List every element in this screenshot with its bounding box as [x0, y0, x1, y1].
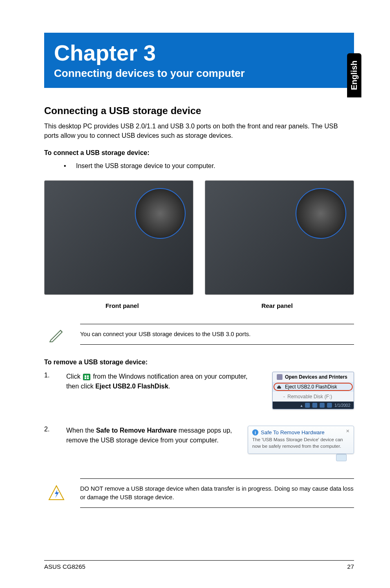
footer-page-number: 27 [347, 563, 354, 570]
chapter-title: Chapter 3 [54, 40, 344, 65]
rear-panel-image [205, 180, 354, 295]
note-usb3: You can connect your USB storage devices… [44, 324, 354, 345]
section-intro: This desktop PC provides USB 2.0/1.1 and… [44, 121, 354, 140]
balloon-body: The 'USB Mass Storage Device' device can… [252, 437, 350, 449]
system-tray: ▴ 1/1/2002 [273, 402, 354, 409]
step-2-text: When the Safe to Remove Hardware message… [66, 426, 240, 445]
tray-date: 1/1/2002 [334, 403, 350, 408]
bullet-icon: • [64, 162, 76, 170]
chapter-subtitle: Connecting devices to your computer [54, 67, 344, 80]
connect-label: To connect a USB storage device: [44, 149, 354, 157]
info-icon: i [252, 429, 258, 435]
front-panel-image [44, 180, 193, 295]
rear-panel-label: Rear panel [261, 302, 293, 309]
eject-icon: ⏏ [277, 384, 282, 390]
chapter-banner: Chapter 3 Connecting devices to your com… [44, 33, 354, 88]
footer-model: ASUS CG8265 [44, 563, 85, 570]
tray-up-icon: ▴ [300, 403, 303, 408]
balloon-close-icon: ✕ [346, 429, 350, 434]
tray-icon-4 [327, 403, 332, 408]
pen-note-icon [44, 324, 69, 345]
section-heading: Connecting a USB storage device [44, 105, 354, 117]
warning-text: DO NOT remove a USB storage device when … [80, 478, 354, 508]
step-2: 2. When the Safe to Remove Hardware mess… [44, 426, 354, 462]
step-1-number: 1. [44, 372, 59, 379]
popup-open-devices: Open Devices and Printers [273, 372, 354, 382]
tray-icon-2 [312, 403, 317, 408]
balloon-title: i Safe To Remove Hardware [252, 429, 350, 435]
remove-label: To remove a USB storage device: [44, 359, 354, 366]
balloon-tail-icon [336, 454, 347, 461]
connect-bullet: • Insert the USB storage device to your … [44, 162, 354, 170]
lightning-warning-icon [44, 483, 69, 503]
warning-note: DO NOT remove a USB storage device when … [44, 478, 354, 508]
popup-removable-row: - Removable Disk (F:) [273, 392, 354, 402]
popup-eject-row: ⏏ Eject USB2.0 FlashDisk [273, 382, 354, 392]
step-1: 1. Click from the Windows notification a… [44, 372, 354, 409]
tray-icon-3 [320, 403, 325, 408]
devices-icon [277, 374, 282, 380]
panel-labels: Front panel Rear panel [44, 302, 354, 309]
safe-remove-balloon-image: ✕ i Safe To Remove Hardware The 'USB Mas… [248, 426, 354, 462]
front-panel-label: Front panel [105, 302, 139, 309]
panel-images [44, 180, 354, 295]
connect-bullet-text: Insert the USB storage device to your co… [76, 162, 215, 170]
page-footer: ASUS CG8265 27 [44, 560, 354, 570]
note-usb3-text: You can connect your USB storage devices… [80, 324, 354, 345]
tray-usb-icon [83, 374, 90, 380]
language-tab: English [347, 53, 361, 97]
step-1-text: Click from the Windows notification area… [66, 372, 265, 391]
tray-icon-1 [305, 403, 310, 408]
step-2-number: 2. [44, 426, 59, 433]
eject-popup-image: Open Devices and Printers ⏏ Eject USB2.0… [272, 372, 354, 409]
